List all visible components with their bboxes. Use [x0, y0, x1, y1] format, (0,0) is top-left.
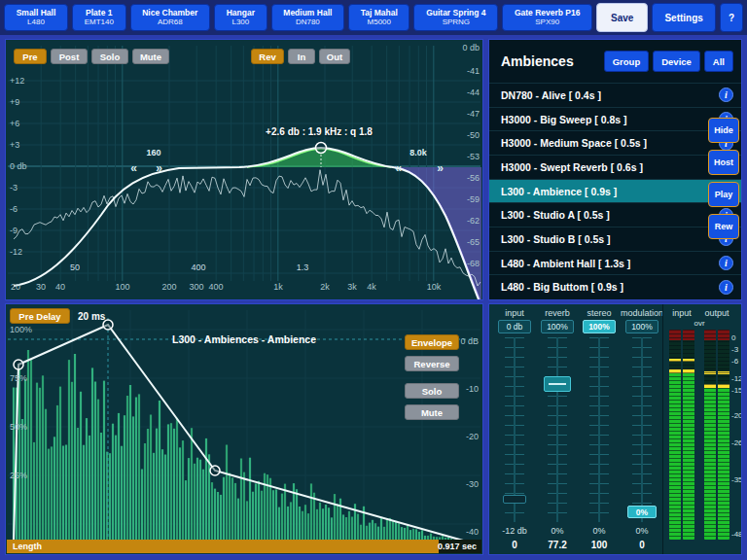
env-percent-label: 25%: [10, 471, 27, 480]
length-value: 0.917 sec: [438, 542, 477, 551]
info-icon[interactable]: i: [719, 256, 733, 270]
preset-button-5[interactable]: Medium HallDN780: [271, 4, 344, 31]
eq-gain-label: -3: [10, 183, 18, 192]
preset-name: Hangar: [227, 9, 255, 18]
modulation-slider-handle[interactable]: 0%: [627, 506, 657, 518]
eq-button-out[interactable]: Out: [319, 49, 350, 64]
eq-spectrum-label: -62: [467, 216, 480, 226]
eq-peak-node[interactable]: [316, 143, 327, 154]
envelope-node-3[interactable]: [210, 466, 220, 475]
eq-spectrum-label: -44: [467, 88, 480, 97]
ambience-item-label: L300 - Ambience [ 0.9s ]: [501, 186, 719, 197]
help-button[interactable]: ?: [720, 3, 743, 32]
eq-button-in[interactable]: In: [288, 49, 315, 64]
preset-button-4[interactable]: HangarL300: [214, 4, 267, 31]
ambience-item-3[interactable]: H3000 - Medium Space [ 0.5s ]i: [489, 130, 741, 155]
ambience-item-7[interactable]: L300 - Studio B [ 0.5s ]i: [489, 227, 741, 251]
info-icon[interactable]: i: [719, 280, 733, 295]
preset-name: Medium Hall: [283, 9, 332, 18]
filter-button-group[interactable]: Group: [604, 51, 650, 72]
preset-device: SPX90: [535, 18, 559, 26]
eq-button-mute[interactable]: Mute: [132, 49, 169, 64]
ambience-item-9[interactable]: L480 - Big Buttom [ 0.9s ]i: [489, 274, 741, 298]
envelope-button-envelope[interactable]: Envelope: [405, 334, 459, 350]
eq-band-marker: 50: [70, 262, 80, 272]
preset-name: Nice Chamber: [142, 9, 197, 18]
reverb-value: 77.2: [548, 540, 566, 550]
side-button-hide[interactable]: Hide: [708, 118, 739, 143]
filter-button-all[interactable]: All: [704, 51, 733, 72]
meter-scale-label: -12: [731, 374, 742, 383]
modulation-slider-track[interactable]: [632, 337, 652, 522]
preset-button-3[interactable]: Nice ChamberADR68: [130, 4, 211, 31]
info-icon[interactable]: i: [719, 88, 733, 102]
eq-gain-label: -6: [10, 204, 18, 214]
eq-button-post[interactable]: Post: [51, 49, 88, 64]
envelope-button-reverse[interactable]: Reverse: [405, 356, 459, 371]
env-percent-label: 100%: [10, 325, 32, 334]
stereo-slider-track[interactable]: [589, 337, 609, 522]
eq-gain-label: 0 db: [10, 161, 27, 171]
eq-button-rev[interactable]: Rev: [251, 49, 284, 64]
preset-button-6[interactable]: Taj MahalM5000: [348, 4, 409, 31]
eq-gain-label: +6: [10, 119, 19, 128]
stereo-value-box[interactable]: 100%: [583, 320, 616, 333]
preset-name: Taj Mahal: [361, 9, 398, 18]
preset-button-7[interactable]: Guitar Spring 4SPRNG: [413, 4, 498, 31]
low-shelf-left-arrow-icon[interactable]: «: [130, 161, 136, 175]
eq-freq-label: 40: [55, 282, 65, 292]
eq-spectrum-label: -47: [467, 109, 480, 119]
envelope-node-1[interactable]: [14, 360, 23, 369]
ambience-item-5[interactable]: L300 - Ambience [ 0.9s ]i: [489, 179, 741, 203]
preset-button-1[interactable]: Small HallL480: [4, 4, 68, 31]
preset-button-8[interactable]: Gate Reverb P16SPX90: [502, 4, 592, 31]
input-value-box[interactable]: 0 db: [498, 320, 531, 333]
eq-button-solo[interactable]: Solo: [91, 49, 128, 64]
env-percent-label: 50%: [10, 422, 27, 432]
length-label: Length: [13, 542, 42, 551]
ambience-item-4[interactable]: H3000 - Swept Reverb [ 0.6s ]i: [489, 155, 741, 179]
preset-button-2[interactable]: Plate 1EMT140: [72, 4, 126, 31]
eq-gain-label: +9: [10, 97, 19, 107]
modulation-value-box[interactable]: 100%: [625, 320, 658, 333]
envelope-node-2[interactable]: [103, 320, 113, 330]
reverb-slider-handle[interactable]: [544, 376, 571, 392]
length-bar[interactable]: Length 0.917 sec: [7, 540, 481, 553]
mixer-panel: input0 db-12 db0reverb100%0%77.2stereo10…: [488, 303, 742, 555]
meter-scale-label: -26: [731, 438, 742, 447]
reverb-slider-track[interactable]: [548, 337, 567, 522]
envelope-button-mute[interactable]: Mute: [405, 404, 459, 420]
ambience-item-8[interactable]: L480 - Ambient Hall [ 1.3s ]i: [489, 251, 741, 275]
stereo-min-label: 0%: [592, 526, 605, 536]
settings-button[interactable]: Settings: [652, 3, 715, 32]
input-slider-label: input: [505, 308, 524, 318]
high-shelf-left-arrow-icon[interactable]: «: [395, 161, 401, 175]
preset-device: M5000: [368, 18, 391, 26]
eq-button-pre[interactable]: Pre: [14, 49, 47, 64]
eq-band-marker: 400: [191, 262, 205, 272]
side-button-play[interactable]: Play: [708, 182, 739, 207]
high-shelf-right-arrow-icon[interactable]: »: [437, 161, 443, 175]
side-button-rew[interactable]: Rew: [708, 214, 739, 239]
ambience-item-label: L480 - Ambient Hall [ 1.3s ]: [501, 258, 719, 269]
eq-freq-label: 30: [36, 282, 46, 292]
eq-freq-label: 1k: [273, 282, 283, 292]
ambience-item-1[interactable]: DN780 - Alive [ 0.4s ]i: [489, 83, 741, 107]
filter-button-device[interactable]: Device: [653, 51, 700, 72]
modulation-min-label: 0%: [635, 526, 648, 536]
length-bar-fill: [7, 540, 439, 553]
reverb-slider-label: reverb: [545, 308, 570, 318]
eq-spectrum-label: 0 db: [462, 43, 480, 52]
input-slider-handle[interactable]: [503, 495, 526, 504]
ambience-item-2[interactable]: H3000 - Big Sweep [ 0.8s ]i: [489, 107, 741, 131]
predelay-button[interactable]: Pre Delay: [10, 308, 70, 324]
side-button-host[interactable]: Host: [708, 150, 739, 175]
ambience-item-6[interactable]: L300 - Studio A [ 0.5s ]i: [489, 202, 741, 227]
reverb-value-box[interactable]: 100%: [541, 320, 574, 333]
eq-grid: [8, 46, 480, 281]
eq-band-marker: 1.3: [297, 262, 309, 272]
eq-graph[interactable]: [6, 40, 482, 299]
envelope-button-solo[interactable]: Solo: [405, 383, 459, 399]
low-shelf-right-arrow-icon[interactable]: »: [156, 161, 161, 175]
save-button[interactable]: Save: [596, 3, 648, 32]
